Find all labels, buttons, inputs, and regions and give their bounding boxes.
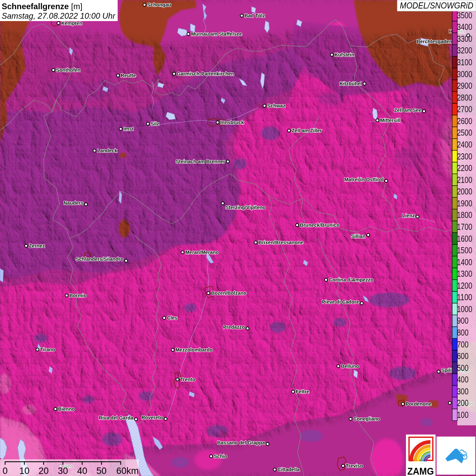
svg-text:Brixen/Bressanone: Brixen/Bressanone (258, 240, 303, 245)
svg-text:40: 40 (77, 466, 87, 476)
svg-text:Matrei in Osttirol: Matrei in Osttirol (344, 177, 384, 182)
svg-text:Reutte: Reutte (121, 73, 136, 78)
svg-text:Pieve di Cadore: Pieve di Cadore (322, 299, 359, 305)
svg-text:Bassano del Grappa: Bassano del Grappa (217, 440, 265, 445)
svg-text:1000: 1000 (457, 304, 472, 314)
svg-text:Cortina d’Ampezzo: Cortina d’Ampezzo (329, 277, 373, 283)
svg-text:2200: 2200 (457, 163, 472, 173)
svg-text:2300: 2300 (457, 152, 472, 161)
svg-text:Schio: Schio (214, 454, 227, 459)
svg-text:100: 100 (457, 410, 469, 420)
svg-text:800: 800 (457, 328, 469, 337)
svg-text:Berchtesgaden: Berchtesgaden (417, 39, 452, 44)
svg-text:Conegliano: Conegliano (353, 416, 380, 422)
svg-text:3400: 3400 (457, 22, 472, 32)
svg-text:Bozen/Bolzano: Bozen/Bolzano (211, 290, 247, 296)
svg-text:Bruneck/Brunico: Bruneck/Brunico (300, 222, 340, 228)
svg-text:MODEL/SNOWGRiD: MODEL/SNOWGRiD (400, 0, 473, 11)
svg-text:Mittersill: Mittersill (380, 118, 401, 123)
svg-text:10: 10 (19, 466, 30, 476)
svg-text:2400: 2400 (457, 140, 472, 149)
svg-text:Schwaz: Schwaz (267, 103, 285, 108)
svg-text:3100: 3100 (457, 57, 472, 67)
svg-text:30: 30 (58, 466, 68, 476)
svg-text:Schneefallgrenze [m]: Schneefallgrenze [m] (2, 2, 82, 11)
svg-text:Bienno: Bienno (58, 406, 75, 412)
svg-text:2700: 2700 (457, 104, 472, 114)
svg-text:Samstag, 27.08.2022 10:00 Uhr: Samstag, 27.08.2022 10:00 Uhr (2, 11, 116, 20)
svg-text:1700: 1700 (457, 222, 472, 232)
svg-text:900: 900 (457, 316, 469, 325)
svg-text:1100: 1100 (457, 292, 472, 302)
svg-text:1800: 1800 (457, 210, 472, 220)
svg-text:2900: 2900 (457, 81, 472, 90)
svg-text:Silz: Silz (151, 121, 159, 126)
svg-text:Cles: Cles (167, 315, 177, 321)
svg-text:Garmisch-Partenkirchen: Garmisch-Partenkirchen (177, 71, 234, 76)
svg-text:2500: 2500 (457, 128, 472, 137)
svg-text:Predazzo: Predazzo (223, 324, 245, 330)
svg-text:Schongau: Schongau (147, 2, 171, 7)
svg-text:3000: 3000 (457, 69, 472, 79)
svg-text:Murnau am Staffelsee: Murnau am Staffelsee (191, 31, 242, 37)
svg-text:60km: 60km (116, 466, 139, 476)
svg-text:600: 600 (457, 351, 469, 361)
svg-text:Pordenone: Pordenone (406, 401, 431, 407)
svg-text:Belluno: Belluno (341, 363, 359, 369)
svg-text:400: 400 (457, 375, 469, 384)
svg-text:2100: 2100 (457, 175, 472, 185)
svg-text:Zernez: Zernez (29, 243, 45, 249)
svg-text:Bad Tölz: Bad Tölz (244, 13, 265, 18)
svg-text:Zell am See: Zell am See (394, 107, 421, 113)
svg-text:1300: 1300 (457, 269, 472, 278)
svg-text:Feltre: Feltre (296, 389, 309, 394)
svg-text:Kufstein: Kufstein (335, 52, 354, 57)
svg-text:200: 200 (457, 398, 469, 408)
svg-text:Innsbruck: Innsbruck (220, 120, 244, 125)
svg-text:ZAMG: ZAMG (407, 466, 434, 476)
svg-text:3500: 3500 (457, 11, 472, 20)
svg-text:500: 500 (457, 363, 469, 373)
svg-text:Imst: Imst (123, 126, 134, 132)
svg-text:Kitzbühel: Kitzbühel (340, 81, 362, 86)
svg-text:Lienz: Lienz (402, 213, 415, 218)
svg-text:Riva del Garda: Riva del Garda (99, 415, 133, 421)
svg-text:Cittadella: Cittadella (277, 467, 300, 472)
svg-text:Nauders: Nauders (64, 200, 83, 206)
svg-text:3200: 3200 (457, 46, 472, 55)
svg-text:Tirano: Tirano (40, 347, 55, 352)
svg-text:700: 700 (457, 340, 469, 349)
svg-text:0: 0 (2, 466, 7, 476)
svg-text:Trento: Trento (180, 377, 195, 382)
svg-text:1600: 1600 (457, 234, 472, 243)
svg-text:1900: 1900 (457, 199, 472, 208)
svg-text:2000: 2000 (457, 187, 472, 196)
svg-text:Sterzing/Vipiteno: Sterzing/Vipiteno (225, 205, 266, 210)
svg-text:50: 50 (96, 466, 106, 476)
svg-text:2800: 2800 (457, 93, 472, 102)
svg-text:Schlanders/Silandro: Schlanders/Silandro (76, 256, 123, 262)
svg-text:Sillian: Sillian (351, 234, 366, 239)
svg-text:1400: 1400 (457, 257, 472, 267)
svg-text:Meran/Merano: Meran/Merano (185, 250, 219, 255)
svg-text:Steinach am Brenner: Steinach am Brenner (176, 159, 225, 164)
svg-text:Kempten: Kempten (61, 20, 82, 26)
svg-text:Sonthofen: Sonthofen (56, 67, 81, 73)
svg-text:Zell am Ziller: Zell am Ziller (292, 128, 322, 133)
svg-text:Treviso: Treviso (346, 463, 363, 469)
svg-text:300: 300 (457, 387, 469, 396)
svg-text:Landeck: Landeck (97, 148, 118, 153)
svg-text:20: 20 (38, 466, 49, 476)
svg-text:Mezzolombardo: Mezzolombardo (175, 347, 213, 353)
svg-text:1500: 1500 (457, 245, 472, 255)
svg-text:Rovereto: Rovereto (141, 415, 163, 420)
svg-text:2600: 2600 (457, 116, 472, 126)
svg-text:Bormio: Bormio (69, 293, 87, 298)
svg-text:1200: 1200 (457, 281, 472, 290)
